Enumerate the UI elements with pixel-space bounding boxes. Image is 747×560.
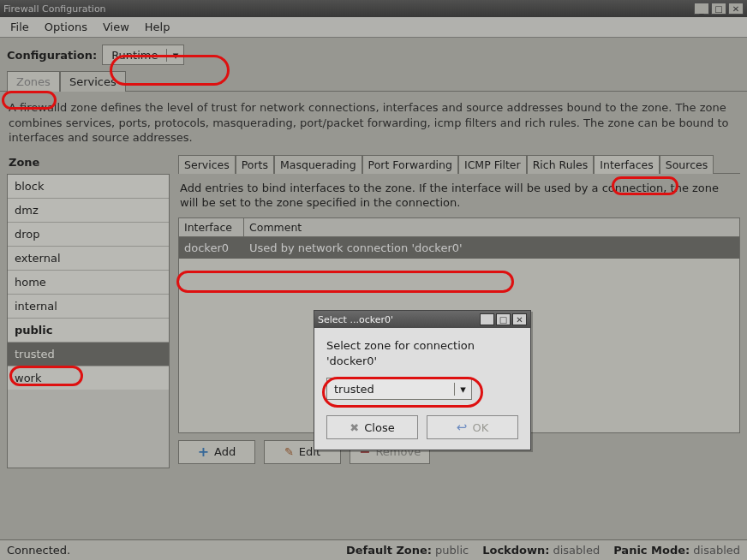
zone-item-home[interactable]: home — [8, 271, 169, 295]
subtab-services[interactable]: Services — [178, 155, 236, 174]
statusbar: Connected. Default Zone: public Lockdown… — [0, 539, 747, 560]
panic-mode-value: disabled — [693, 544, 740, 557]
zone-column-header: Zone — [7, 154, 170, 174]
zone-item-trusted[interactable]: trusted — [8, 343, 169, 366]
close-icon[interactable]: ✕ — [728, 3, 744, 15]
configuration-dropdown[interactable]: Runtime ▾ — [102, 45, 184, 65]
minimize-icon[interactable]: _ — [694, 3, 709, 15]
x-icon: ✖ — [350, 421, 359, 434]
menubar: File Options View Help — [0, 17, 747, 38]
zone-item-drop[interactable]: drop — [8, 223, 169, 247]
dialog-maximize-icon[interactable]: □ — [496, 313, 511, 325]
panic-mode-label: Panic Mode: — [613, 544, 690, 557]
subtab-interfaces[interactable]: Interfaces — [594, 155, 659, 174]
pencil-icon: ✎ — [284, 445, 294, 458]
subtab-rich-rules[interactable]: Rich Rules — [527, 155, 595, 174]
dialog-zone-value: trusted — [327, 383, 454, 396]
tab-services[interactable]: Services — [60, 71, 126, 92]
subtab-icmp-filter[interactable]: ICMP Filter — [458, 155, 527, 174]
col-interface: Interface — [179, 218, 244, 236]
interface-row-docker0[interactable]: docker0 Used by network connection 'dock… — [179, 237, 739, 259]
chevron-down-icon: ▾ — [454, 383, 471, 396]
subtab-port-forwarding[interactable]: Port Forwarding — [362, 155, 458, 174]
default-zone-label: Default Zone: — [346, 544, 432, 557]
subtab-masquerading[interactable]: Masquerading — [274, 155, 362, 174]
zone-list: block dmz drop external home internal pu… — [7, 174, 170, 468]
col-comment: Comment — [244, 218, 739, 236]
zone-item-external[interactable]: external — [8, 247, 169, 271]
interfaces-table-head: Interface Comment — [179, 218, 739, 237]
zone-description: A firewalld zone defines the level of tr… — [7, 97, 740, 154]
ok-arrow-icon: ↩ — [457, 420, 468, 435]
zone-item-internal[interactable]: internal — [8, 295, 169, 319]
zone-item-dmz[interactable]: dmz — [8, 199, 169, 223]
interface-name: docker0 — [179, 237, 244, 259]
lockdown-value: disabled — [553, 544, 600, 557]
plus-icon: + — [198, 444, 209, 460]
subtab-ports[interactable]: Ports — [236, 155, 274, 174]
menu-view[interactable]: View — [98, 19, 134, 35]
default-zone-value: public — [435, 544, 469, 557]
select-zone-dialog: Select ...ocker0' _ □ ✕ Select zone for … — [314, 310, 531, 450]
chevron-down-icon: ▾ — [166, 49, 183, 62]
menu-file[interactable]: File — [5, 19, 34, 35]
menu-help[interactable]: Help — [140, 19, 176, 35]
dialog-close-icon[interactable]: ✕ — [512, 313, 527, 325]
dialog-titlebar: Select ...ocker0' _ □ ✕ — [314, 311, 530, 328]
dialog-close-button[interactable]: ✖ Close — [326, 415, 418, 439]
interfaces-description: Add entries to bind interfaces to the zo… — [178, 174, 740, 217]
dialog-minimize-icon[interactable]: _ — [480, 313, 494, 325]
configuration-row: Configuration: Runtime ▾ — [0, 38, 747, 70]
zone-item-work[interactable]: work — [8, 366, 169, 390]
tab-zones[interactable]: Zones — [7, 71, 60, 92]
interface-comment: Used by network connection 'docker0' — [244, 237, 739, 259]
zone-item-block[interactable]: block — [8, 175, 169, 199]
configuration-label: Configuration: — [7, 49, 97, 62]
status-connected: Connected. — [7, 544, 70, 557]
dialog-close-label: Close — [364, 421, 394, 434]
add-label: Add — [214, 445, 236, 458]
configuration-value: Runtime — [103, 49, 166, 62]
subtab-sources[interactable]: Sources — [660, 155, 714, 174]
maximize-icon[interactable]: □ — [711, 3, 726, 15]
dialog-title: Select ...ocker0' — [318, 314, 393, 325]
menu-options[interactable]: Options — [39, 19, 93, 35]
window-titlebar: Firewall Configuration _ □ ✕ — [0, 0, 747, 17]
add-button[interactable]: + Add — [178, 440, 255, 464]
window-title: Firewall Configuration — [3, 3, 106, 15]
dialog-message: Select zone for connection 'docker0' — [326, 338, 518, 369]
zone-subtabs: Services Ports Masquerading Port Forward… — [178, 154, 740, 174]
dialog-ok-button[interactable]: ↩ OK — [427, 415, 518, 439]
dialog-ok-label: OK — [472, 421, 488, 434]
lockdown-label: Lockdown: — [482, 544, 549, 557]
zone-item-public[interactable]: public — [8, 319, 169, 343]
main-tabs: Zones Services — [0, 70, 747, 92]
dialog-zone-dropdown[interactable]: trusted ▾ — [326, 378, 472, 400]
